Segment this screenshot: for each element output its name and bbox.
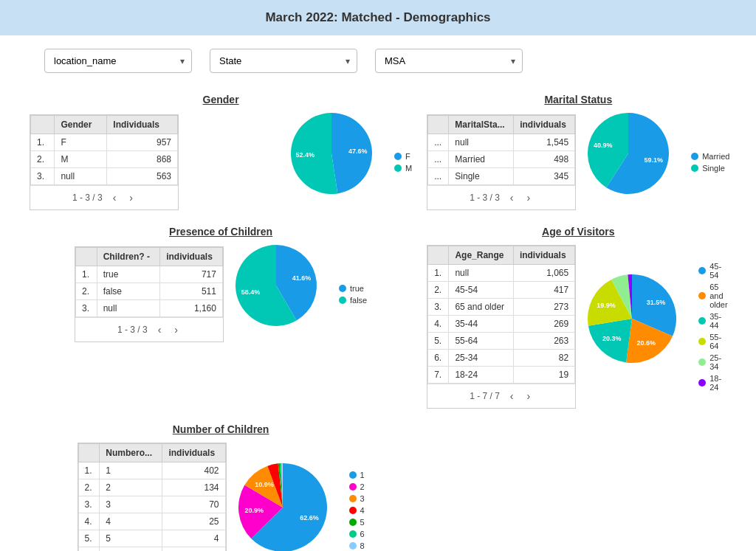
- legend-label: 6: [360, 530, 365, 538]
- gender-table-wrap: Gender Individuals 1.F9572.M8683.null563…: [30, 114, 179, 210]
- table-cell: 1.: [78, 462, 100, 479]
- number-children-table-wrap: Numbero... individuals 1.14022.21343.370…: [78, 443, 227, 551]
- legend-label: F: [405, 152, 410, 161]
- age-col-empty: [428, 246, 449, 265]
- legend-item: F: [394, 152, 412, 161]
- table-cell: 1,160: [160, 299, 223, 316]
- table-row: 1.null1,065: [428, 265, 575, 282]
- msa-filter[interactable]: MSA: [375, 49, 523, 73]
- legend-label: 18-24: [709, 374, 729, 392]
- legend-item: 45-54: [698, 262, 729, 280]
- table-cell: 868: [107, 150, 178, 167]
- table-row: 3.null1,160: [75, 299, 222, 316]
- marital-pie-group: 59.1%40.9% Married Single: [588, 113, 729, 211]
- cp-next-button[interactable]: ›: [171, 322, 181, 337]
- legend-dot: [698, 292, 706, 299]
- legend-item: M: [394, 164, 412, 173]
- legend-label: 5: [360, 518, 365, 527]
- table-cell: true: [97, 266, 159, 283]
- legend-dot: [349, 507, 357, 514]
- state-filter[interactable]: State: [210, 49, 357, 73]
- marital-prev-button[interactable]: ‹: [507, 190, 517, 205]
- table-cell: 957: [107, 134, 178, 150]
- table-cell: 345: [514, 167, 575, 184]
- age-col-range: Age_Range: [449, 246, 513, 265]
- age-next-button[interactable]: ›: [524, 389, 534, 403]
- table-cell: 4: [162, 530, 225, 547]
- table-row: 2.2134: [78, 479, 225, 496]
- table-cell: 35-44: [449, 316, 513, 333]
- gender-pagination-text: 1 - 3 / 3: [72, 193, 103, 203]
- number-children-legend: 1 2 3 4 5 6 8 7: [349, 471, 365, 552]
- table-cell: F: [55, 134, 107, 150]
- legend-dot: [698, 317, 706, 325]
- legend-item: Married: [691, 152, 729, 161]
- age-pie: 31.5%20.6%20.3%19.9%: [588, 274, 691, 380]
- table-cell: 5.: [78, 530, 100, 547]
- legend-item: 25-34: [698, 353, 729, 371]
- marital-title: Marital Status: [544, 94, 612, 105]
- age-pagination-text: 1 - 7 / 7: [470, 391, 500, 401]
- table-cell: 1.: [31, 134, 55, 150]
- nc-col-empty: [78, 444, 100, 462]
- table-row: 2.45-54417: [428, 282, 575, 299]
- table-cell: 4.: [428, 316, 449, 333]
- svg-text:20.3%: 20.3%: [602, 335, 622, 342]
- table-cell: 1.: [428, 265, 449, 282]
- msa-filter-wrapper: MSA: [375, 49, 523, 73]
- svg-text:20.9%: 20.9%: [244, 507, 264, 514]
- marital-col-empty: [428, 115, 449, 134]
- legend-label: false: [350, 296, 367, 305]
- marital-status-section: Marital Status MaritalSta... individuals…: [427, 94, 729, 211]
- table-cell: Married: [449, 150, 514, 167]
- legend-item: 1: [349, 471, 365, 479]
- legend-dot: [349, 542, 357, 550]
- legend-item: 65 and older: [698, 283, 729, 309]
- legend-item: Single: [691, 164, 729, 173]
- location-filter[interactable]: location_name: [44, 49, 192, 73]
- gender-pie-group: 47.6%52.4% F M: [291, 113, 412, 211]
- table-cell: null: [55, 167, 107, 184]
- legend-dot: [349, 530, 357, 538]
- gender-pie: 47.6%52.4%: [291, 113, 387, 211]
- age-prev-button[interactable]: ‹: [507, 389, 517, 403]
- age-pagination: 1 - 7 / 7 ‹ ›: [427, 384, 575, 408]
- table-cell: 2.: [428, 282, 449, 299]
- legend-dot: [691, 153, 698, 160]
- cp-prev-button[interactable]: ‹: [155, 322, 165, 337]
- nc-col-individuals: individuals: [162, 444, 225, 462]
- age-table-wrap: Age_Range individuals 1.null1,0652.45-54…: [427, 245, 576, 409]
- gender-next-button[interactable]: ›: [126, 190, 136, 205]
- svg-text:19.9%: 19.9%: [597, 301, 616, 308]
- legend-dot: [349, 483, 357, 491]
- table-cell: 3.: [428, 299, 449, 316]
- table-cell: 55-64: [449, 333, 513, 350]
- table-cell: 717: [160, 266, 223, 283]
- legend-dot: [394, 153, 402, 160]
- table-row: 3.null563: [31, 167, 178, 184]
- marital-next-button[interactable]: ›: [524, 190, 534, 205]
- legend-item: 35-44: [698, 312, 729, 330]
- svg-text:59.1%: 59.1%: [645, 156, 664, 164]
- legend-label: 1: [360, 471, 365, 479]
- gender-title: Gender: [203, 94, 239, 105]
- children-presence-table: Children? - individuals 1.true7172.false…: [75, 247, 223, 317]
- legend-dot: [339, 297, 346, 304]
- svg-text:41.6%: 41.6%: [292, 274, 312, 282]
- age-col-individuals: individuals: [513, 246, 574, 265]
- table-cell: Single: [449, 167, 514, 184]
- legend-label: 55-64: [709, 333, 729, 350]
- age-content: Age_Range individuals 1.null1,0652.45-54…: [427, 245, 729, 409]
- children-presence-pagination: 1 - 3 / 3 ‹ ›: [75, 317, 223, 342]
- age-section: Age of Visitors Age_Range individuals 1.…: [427, 226, 729, 409]
- legend-item: 4: [349, 506, 365, 515]
- legend-label: 8: [360, 541, 365, 550]
- svg-text:10.9%: 10.9%: [255, 481, 274, 488]
- cp-col-individuals: individuals: [160, 247, 223, 266]
- table-cell: 273: [513, 299, 574, 316]
- table-cell: 1,545: [514, 134, 575, 150]
- table-cell: 498: [514, 150, 575, 167]
- gender-prev-button[interactable]: ‹: [110, 190, 120, 205]
- gender-pagination: 1 - 3 / 3 ‹ ›: [30, 185, 178, 209]
- table-row: ...Married498: [428, 150, 575, 167]
